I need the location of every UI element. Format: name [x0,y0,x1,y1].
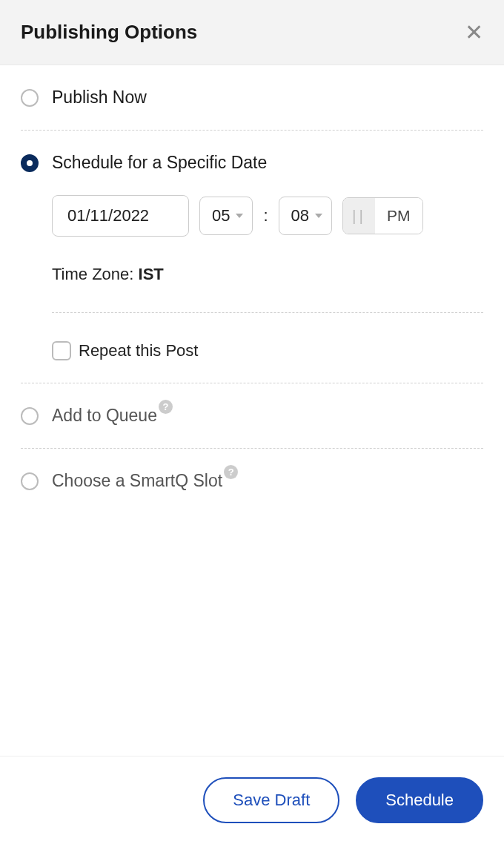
option-schedule[interactable]: Schedule for a Specific Date [21,131,483,195]
schedule-details: 05 : 08 || PM Time Zone: IST Repeat this… [21,195,483,383]
close-button[interactable]: ✕ [465,22,483,44]
minute-value: 08 [291,206,309,225]
dialog-title: Publishing Options [21,21,197,44]
save-draft-button[interactable]: Save Draft [203,777,339,823]
hour-select[interactable]: 05 [199,197,253,235]
option-queue[interactable]: Add to Queue ? [21,383,483,448]
repeat-row[interactable]: Repeat this Post [52,341,483,360]
chevron-down-icon [236,214,243,218]
pm-button[interactable]: PM [375,198,422,234]
dialog-footer: Save Draft Schedule [0,756,504,844]
label-smartq: Choose a SmartQ Slot [52,471,222,491]
label-queue: Add to Queue [52,406,157,426]
schedule-button[interactable]: Schedule [356,777,483,823]
ampm-toggle[interactable]: || PM [342,197,422,234]
date-input[interactable] [52,195,189,237]
hour-value: 05 [212,206,230,225]
repeat-checkbox[interactable] [52,341,71,360]
minute-select[interactable]: 08 [279,197,332,235]
label-publish-now: Publish Now [52,88,147,108]
dialog-header: Publishing Options ✕ [0,0,504,65]
label-schedule: Schedule for a Specific Date [52,153,267,173]
help-icon[interactable]: ? [224,465,238,479]
close-icon: ✕ [465,20,483,44]
dialog-content: Publish Now Schedule for a Specific Date… [0,65,504,756]
am-button[interactable]: || [343,198,375,234]
radio-publish-now[interactable] [21,89,39,107]
time-colon: : [263,206,268,225]
timezone-value: IST [139,265,164,283]
help-icon[interactable]: ? [159,400,173,414]
timezone-label: Time Zone: [52,265,139,283]
radio-smartq[interactable] [21,472,39,490]
option-publish-now[interactable]: Publish Now [21,65,483,130]
timezone-row: Time Zone: IST [52,265,483,284]
radio-queue[interactable] [21,407,39,425]
divider [52,312,483,313]
radio-schedule[interactable] [21,154,39,172]
chevron-down-icon [315,214,322,218]
repeat-label: Repeat this Post [79,341,198,360]
datetime-row: 05 : 08 || PM [52,195,483,237]
option-smartq[interactable]: Choose a SmartQ Slot ? [21,449,483,513]
